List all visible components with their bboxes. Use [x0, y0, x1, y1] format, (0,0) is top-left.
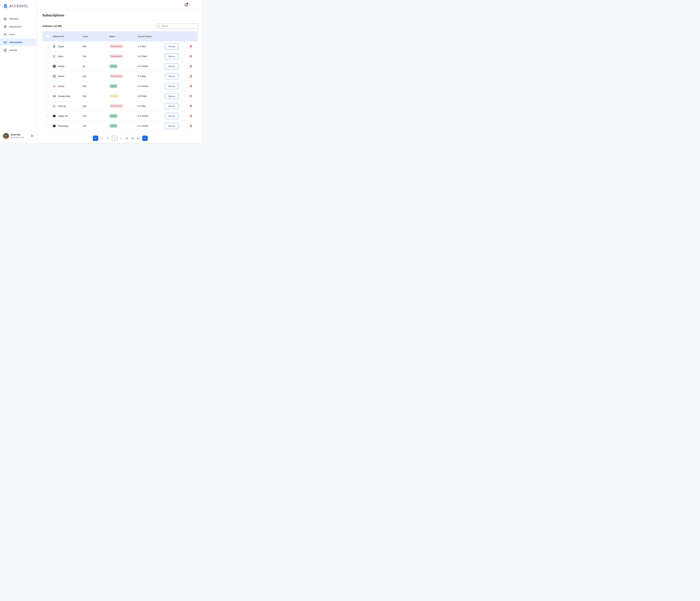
page-number-13[interactable]: 13	[131, 136, 134, 141]
app-icon	[52, 94, 56, 98]
row-checkbox[interactable]	[46, 54, 49, 57]
trash-icon	[189, 75, 192, 78]
sidebar-item-label: Users	[9, 33, 15, 36]
logout-icon	[31, 134, 34, 137]
page-number-2[interactable]: 2	[106, 136, 110, 141]
app-icon	[52, 114, 56, 118]
main-area: Subscriptions Software List (50) Softwar…	[37, 0, 202, 143]
gear-icon	[4, 49, 7, 52]
row-checkbox[interactable]	[46, 74, 49, 77]
page-number-12[interactable]: 12	[125, 136, 129, 141]
notification-dot	[187, 3, 188, 4]
renew-button[interactable]: Renew	[165, 93, 178, 99]
row-checkbox[interactable]	[46, 45, 49, 48]
software-name: Figma	[58, 45, 64, 48]
app-logo: ACCESSIQ	[0, 0, 37, 9]
app-icon	[52, 124, 56, 128]
pagination: 123...121314	[43, 135, 198, 141]
delete-button[interactable]	[189, 104, 193, 108]
software-name: Notion	[58, 75, 64, 77]
row-checkbox[interactable]	[46, 124, 49, 127]
profile-email: janet.@doe.com	[10, 136, 24, 139]
select-all-checkbox[interactable]	[46, 34, 49, 37]
column-header-software: Software list	[52, 35, 82, 37]
table-row: Click Up 200 Expiring soon In 3 days Ren…	[43, 101, 198, 111]
renew-button[interactable]: Renew	[165, 113, 178, 119]
row-checkbox[interactable]	[46, 65, 49, 68]
search-icon	[158, 25, 160, 27]
logout-button[interactable]	[31, 134, 34, 137]
sidebar-item-softwares[interactable]: Softwares	[0, 15, 37, 22]
renew-button[interactable]: Renew	[165, 123, 178, 129]
table-row: Photoshop 150 Active In 2 months Renew	[43, 121, 198, 131]
sidebar-item-settings[interactable]: Settings	[0, 47, 37, 54]
departments-icon	[4, 25, 7, 28]
trash-icon	[189, 65, 192, 68]
sidebar-nav: Softwares Departments Users Subscription…	[0, 15, 37, 133]
users-icon	[4, 33, 7, 36]
access-expires: In 20 days	[138, 95, 165, 97]
status-badge: Expiring soon	[109, 45, 124, 48]
software-name: Click Up	[58, 105, 66, 107]
search-input[interactable]	[161, 25, 196, 27]
table-row: Adobe XD 150 Active In 2 months Renew	[43, 111, 198, 121]
prev-page-button[interactable]	[93, 135, 98, 141]
row-checkbox[interactable]	[46, 84, 49, 87]
renew-button[interactable]: Renew	[165, 43, 178, 49]
delete-button[interactable]	[189, 44, 193, 48]
row-checkbox[interactable]	[46, 104, 49, 107]
table-row: Figma 200 Expiring soon In 3 days Renew	[43, 42, 198, 51]
access-expires: In 3 days	[138, 75, 165, 77]
access-expires: In 12 days	[138, 55, 165, 57]
notifications-button[interactable]	[184, 3, 188, 7]
search-box	[156, 24, 198, 29]
status-badge: Active	[109, 114, 118, 118]
software-name: Google meet	[58, 95, 70, 97]
column-header-status: Status	[109, 35, 138, 37]
renew-button[interactable]: Renew	[165, 103, 178, 109]
software-name: Adobe XD	[58, 115, 68, 117]
row-checkbox[interactable]	[46, 114, 49, 117]
renew-button[interactable]: Renew	[165, 83, 178, 89]
chevron-right-icon	[143, 137, 146, 140]
page-number-3[interactable]: 3	[112, 136, 117, 141]
users-count: 150	[82, 75, 109, 77]
users-count: 150	[82, 125, 109, 127]
software-name: Photoshop	[58, 125, 68, 127]
delete-button[interactable]	[189, 64, 193, 68]
delete-button[interactable]	[189, 94, 193, 98]
sidebar-item-departments[interactable]: Departments	[0, 23, 37, 30]
table-row: Google meet 300 Warning In 20 days Renew	[43, 91, 198, 101]
renew-button[interactable]: Renew	[165, 73, 178, 79]
trash-icon	[189, 84, 192, 87]
app-icon	[52, 104, 56, 108]
user-profile: Janet Doe janet.@doe.com	[0, 133, 37, 143]
users-count: 150	[82, 115, 109, 117]
status-badge: Expiring soon	[109, 104, 124, 108]
renew-button[interactable]: Renew	[165, 63, 178, 69]
users-count: 150	[82, 55, 109, 57]
table-header: Software list Users Status Access Expire…	[43, 31, 198, 42]
page-number-14[interactable]: 14	[136, 136, 140, 141]
app-icon	[52, 45, 56, 48]
page-numbers: 123...121314	[100, 136, 140, 141]
delete-button[interactable]	[189, 84, 193, 88]
status-badge: Active	[109, 65, 118, 68]
trash-icon	[189, 115, 192, 118]
app-icon	[52, 75, 56, 78]
sidebar-item-subscription[interactable]: Subscription	[0, 39, 37, 46]
delete-button[interactable]	[189, 54, 193, 58]
trash-icon	[189, 55, 192, 58]
page-ellipsis: ...	[119, 136, 123, 141]
page-number-1[interactable]: 1	[100, 136, 104, 141]
delete-button[interactable]	[189, 124, 193, 128]
sidebar-item-users[interactable]: Users	[0, 31, 37, 38]
status-badge: Active	[109, 124, 118, 128]
renew-button[interactable]: Renew	[165, 53, 178, 59]
row-checkbox[interactable]	[46, 94, 49, 97]
table-body: Figma 200 Expiring soon In 3 days Renew …	[43, 42, 198, 131]
next-page-button[interactable]	[142, 135, 148, 141]
delete-button[interactable]	[189, 74, 193, 78]
delete-button[interactable]	[189, 114, 193, 118]
avatar	[3, 133, 9, 139]
